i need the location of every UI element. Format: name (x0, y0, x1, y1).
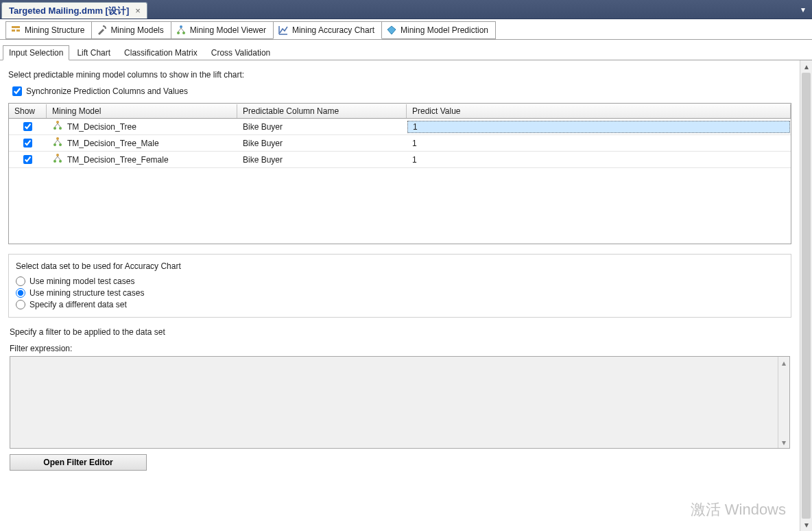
tab-mining-model-viewer[interactable]: Mining Model Viewer (171, 21, 274, 39)
filter-expression-label: Filter expression: (10, 344, 790, 353)
sub-tab-classification-matrix[interactable]: Classification Matrix (118, 45, 204, 60)
scroll-track[interactable] (778, 368, 789, 436)
filter-section-title: Specify a filter to be applied to the da… (10, 327, 790, 337)
grid-empty-area (9, 168, 791, 244)
svg-point-6 (56, 121, 59, 123)
instruction-text: Select predictable mining model columns … (8, 70, 791, 80)
model-tree-icon (52, 137, 63, 150)
pickaxe-icon (96, 25, 107, 36)
radio-structure-test-cases[interactable]: Use mining structure test cases (16, 288, 784, 298)
filter-section: Specify a filter to be applied to the da… (8, 323, 791, 471)
row-show-checkbox[interactable] (23, 155, 32, 164)
svg-point-8 (59, 127, 62, 130)
document-tab-bar: Targeted Mailing.dmm [设计] × ▾ (0, 0, 812, 19)
tab-label: Mining Models (110, 25, 163, 35)
col-header-show[interactable]: Show (9, 104, 47, 118)
tab-mining-model-prediction[interactable]: Mining Model Prediction (381, 21, 496, 39)
tab-dropdown-icon[interactable]: ▾ (794, 2, 812, 19)
scroll-up-icon[interactable]: ▴ (800, 60, 812, 73)
sync-checkbox-row[interactable]: Synchronize Prediction Columns and Value… (12, 86, 787, 96)
main-scrollbar[interactable]: ▴ ▾ (800, 60, 812, 531)
scroll-down-icon[interactable]: ▾ (778, 436, 789, 448)
model-name: TM_Decision_Tree_Male (67, 139, 159, 148)
svg-rect-0 (12, 26, 20, 28)
svg-point-12 (56, 154, 59, 156)
col-header-pred[interactable]: Predictable Column Name (237, 104, 407, 118)
sync-checkbox-label: Synchronize Prediction Columns and Value… (26, 86, 188, 96)
dataset-section-title: Select data set to be used for Accuracy … (16, 261, 784, 271)
svg-point-10 (53, 143, 56, 146)
model-name: TM_Decision_Tree_Female (67, 155, 169, 165)
tree-icon (176, 25, 187, 36)
svg-rect-1 (12, 30, 15, 32)
pred-col[interactable]: Bike Buyer (237, 137, 407, 150)
model-tree-icon (52, 153, 63, 166)
svg-point-14 (59, 160, 62, 163)
svg-point-3 (180, 25, 182, 28)
svg-point-9 (56, 137, 59, 140)
scroll-track[interactable] (800, 73, 812, 519)
radio-model-test-cases[interactable]: Use mining model test cases (16, 276, 784, 286)
grid-row[interactable]: TM_Decision_Tree_Male Bike Buyer 1 (9, 135, 791, 152)
document-tab[interactable]: Targeted Mailing.dmm [设计] × (1, 2, 147, 19)
radio-different-dataset[interactable]: Specify a different data set (16, 300, 784, 309)
sub-tab-bar: Input Selection Lift Chart Classificatio… (0, 44, 812, 60)
col-header-val[interactable]: Predict Value (407, 104, 791, 118)
svg-point-13 (53, 160, 56, 163)
tab-mining-models[interactable]: Mining Models (91, 21, 171, 39)
sync-checkbox[interactable] (12, 86, 22, 96)
row-show-checkbox[interactable] (23, 122, 32, 131)
diamond-icon (386, 25, 397, 36)
tab-label: Mining Model Viewer (190, 25, 266, 35)
radio-input[interactable] (16, 288, 25, 298)
svg-point-4 (177, 32, 180, 34)
dataset-section: Select data set to be used for Accuracy … (8, 254, 791, 318)
sub-tab-input-selection[interactable]: Input Selection (3, 45, 69, 60)
open-filter-editor-button[interactable]: Open Filter Editor (10, 454, 147, 471)
scroll-up-icon[interactable]: ▴ (778, 357, 789, 368)
pred-col[interactable]: Bike Buyer (237, 121, 407, 133)
radio-input[interactable] (16, 300, 25, 309)
svg-point-7 (53, 127, 56, 130)
structure-icon (10, 25, 21, 36)
svg-point-5 (182, 32, 185, 34)
model-tree-icon (52, 120, 63, 133)
row-show-checkbox[interactable] (23, 139, 32, 148)
close-icon[interactable]: × (133, 5, 143, 16)
svg-point-11 (59, 143, 62, 146)
tab-mining-structure[interactable]: Mining Structure (5, 21, 92, 39)
tab-label: Mining Structure (25, 25, 84, 35)
sub-tab-lift-chart[interactable]: Lift Chart (71, 45, 117, 60)
grid-row[interactable]: TM_Decision_Tree Bike Buyer 1 (9, 119, 791, 135)
document-tab-title: Targeted Mailing.dmm [设计] (9, 5, 129, 17)
col-header-model[interactable]: Mining Model (47, 104, 237, 118)
content-pane: Select predictable mining model columns … (0, 60, 800, 531)
tab-mining-accuracy-chart[interactable]: Mining Accuracy Chart (273, 21, 382, 39)
pred-col[interactable]: Bike Buyer (237, 154, 407, 166)
svg-rect-2 (16, 30, 20, 32)
models-grid: Show Mining Model Predictable Column Nam… (8, 103, 791, 244)
grid-header: Show Mining Model Predictable Column Nam… (9, 104, 791, 119)
filter-expression-box[interactable]: ▴ ▾ (10, 356, 790, 449)
grid-row[interactable]: TM_Decision_Tree_Female Bike Buyer 1 (9, 152, 791, 168)
tab-label: Mining Model Prediction (401, 25, 488, 35)
model-name: TM_Decision_Tree (67, 122, 136, 132)
scroll-down-icon[interactable]: ▾ (800, 519, 812, 531)
scroll-thumb[interactable] (802, 73, 811, 519)
filter-scrollbar[interactable]: ▴ ▾ (778, 357, 789, 448)
radio-input[interactable] (16, 276, 25, 286)
val-col[interactable]: 1 (407, 154, 791, 166)
designer-tab-bar: Mining Structure Mining Models Mining Mo… (0, 19, 812, 40)
tab-label: Mining Accuracy Chart (292, 25, 374, 35)
val-col[interactable]: 1 (407, 121, 790, 133)
chart-icon (278, 25, 289, 36)
val-col[interactable]: 1 (407, 137, 791, 150)
sub-tab-cross-validation[interactable]: Cross Validation (205, 45, 276, 60)
